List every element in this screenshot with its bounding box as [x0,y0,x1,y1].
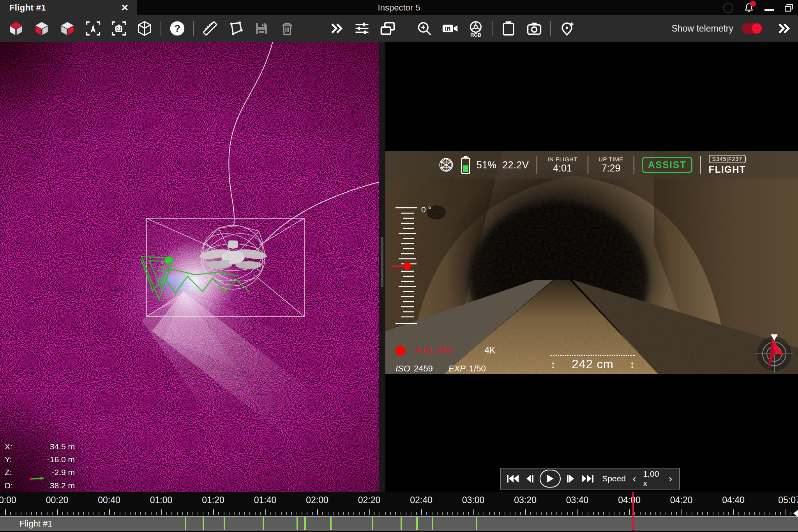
windows-layout-icon[interactable] [379,19,397,37]
measurement-dotted-line [551,355,635,356]
screenshot-camera-icon[interactable] [525,19,543,37]
expand-more-icon[interactable] [327,19,345,37]
restore-window-icon[interactable] [784,3,794,13]
video-frame[interactable]: 51% 22.2V IN FLIGHT 4:01 UP TIME 7:29 AS… [385,151,798,374]
playback-controls: Speed ‹ 1,00 x › [500,468,680,490]
inspector-app-window: Inspector 5 Flight #1 ✕ [0,0,798,532]
timeline-time-label: 03:20 [514,495,537,505]
window-titlebar: Inspector 5 Flight #1 ✕ [0,0,798,15]
event-marker[interactable] [476,517,477,530]
panel-expand-icon[interactable] [775,19,793,37]
mesh-cube-icon[interactable] [136,19,154,37]
timeline-ruler-labels: 00:0000:2000:4001:0001:2001:4002:0002:20… [0,492,798,509]
notifications-bell-icon[interactable] [743,2,754,13]
event-marker[interactable] [203,517,204,530]
exposure-status: ISO2459 EXP1/50 [395,364,486,374]
clipboard-icon[interactable] [500,19,517,37]
event-marker[interactable] [401,517,402,530]
svg-text:?: ? [174,23,180,34]
pane-splitter[interactable] [379,42,385,492]
rgb-mode-icon[interactable]: RGB [467,19,485,37]
measurement-value: 242 cm [572,357,614,371]
up-time-label: UP TIME [598,156,623,163]
iso-value: 2459 [414,364,433,373]
previous-frame-button[interactable] [525,474,534,484]
flight-track[interactable]: Flight #1 [0,516,798,530]
poi-add-icon[interactable] [558,19,576,37]
flight-tab-label: Flight #1 [9,3,46,13]
pointcloud-3d-view[interactable]: X:34.5 mY:-16.0 mZ:-2.9 mD:38.2 mH:209 ° [0,42,379,492]
show-telemetry-toggle[interactable] [742,23,762,34]
speed-label: Speed [602,474,626,483]
cube-red-right-icon[interactable] [58,19,76,37]
flight-tab[interactable]: Flight #1 ✕ [0,0,137,15]
timeline-time-label: 00:40 [98,495,120,505]
drone-status-bar: 51% 22.2V IN FLIGHT 4:01 UP TIME 7:29 AS… [385,151,798,179]
drone-wireframe-overlay [0,42,379,492]
flight-path-line [229,42,273,226]
timeline-time-label: 03:00 [462,495,485,505]
event-marker[interactable] [304,517,306,530]
close-tab-icon[interactable]: ✕ [121,3,129,12]
exp-label: EXP [448,364,466,373]
timeline-time-label: 01:40 [254,495,277,505]
drone-serial-badge: S345|F237 [709,155,746,163]
timeline-end-label: 05:07 [778,495,798,505]
timeline-time-label: 00:20 [46,495,69,505]
timeline-time-label: 00:00 [0,495,16,505]
timeline-time-label: 02:20 [358,495,381,505]
user-circle-icon[interactable] [723,3,733,13]
timeline-time-label: 01:20 [202,495,224,505]
in-flight-time: 4:01 [547,163,577,174]
iso-label: ISO [395,364,410,373]
skip-to-start-button[interactable] [506,474,519,484]
cube-red-top-icon[interactable] [7,19,25,37]
polygon-annotation-icon[interactable] [227,19,245,37]
splitter-grip[interactable] [381,237,383,287]
battery-icon [460,156,471,174]
help-circle-icon[interactable]: ? [168,19,186,37]
zoom-in-icon[interactable] [415,19,433,37]
toolbar-separator [161,21,161,36]
event-marker[interactable] [372,517,373,530]
speed-decrease-chevron[interactable]: ‹ [631,474,638,484]
frame-locate-icon[interactable] [84,19,102,37]
measure-ruler-icon[interactable] [201,19,219,37]
flight-timeline[interactable]: 00:0000:2000:4001:0001:2001:4002:0002:20… [0,492,798,532]
updown-arrow-icon: ↕ [551,359,556,371]
delete-trash-icon-disabled [278,19,296,37]
minimize-icon[interactable] [764,9,774,11]
event-marker[interactable] [297,517,298,530]
event-marker[interactable] [330,517,332,530]
tunnel-scene [385,151,798,374]
event-marker[interactable] [263,517,264,530]
ir-video-icon[interactable]: IR [441,19,459,37]
toolbar-separator [492,21,493,36]
play-button[interactable] [540,470,561,488]
speed-increase-chevron[interactable]: › [667,474,674,484]
record-dot-icon [395,346,405,355]
exp-value: 1/50 [469,364,486,373]
timeline-playhead[interactable] [632,492,634,530]
svg-text:RGB: RGB [470,32,481,37]
position-telemetry-overlay: X:34.5 mY:-16.0 mZ:-2.9 mD:38.2 mH:209 ° [5,440,75,492]
event-marker[interactable] [224,517,225,530]
event-marker[interactable] [416,517,418,530]
toolbar-separator [550,21,551,36]
pitch-gauge [388,207,438,326]
event-marker[interactable] [432,517,433,530]
notification-badge [750,1,756,7]
timeline-time-label: 04:20 [670,495,693,505]
filter-sliders-icon[interactable] [353,19,371,37]
next-frame-button[interactable] [566,474,576,484]
skip-to-end-button[interactable] [581,474,594,484]
timeline-time-label: 03:40 [566,495,589,505]
frame-capture-icon[interactable] [110,19,128,37]
event-marker[interactable] [185,517,186,530]
battery-voltage: 22.2V [502,159,529,170]
up-time-value: 7:29 [598,163,623,174]
cube-red-left-icon[interactable] [33,19,51,37]
video-pane: 51% 22.2V IN FLIGHT 4:01 UP TIME 7:29 AS… [385,42,798,492]
pitch-value: 0 ° [421,205,431,214]
pitch-indicator-dot [403,262,411,270]
